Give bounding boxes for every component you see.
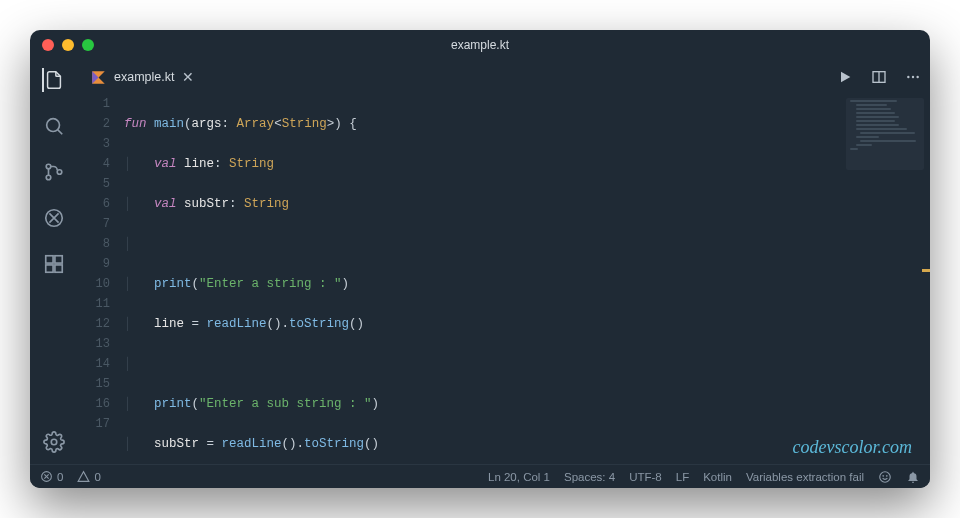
tab-close-icon[interactable]: ✕: [182, 69, 194, 85]
status-message[interactable]: Variables extraction fail: [746, 471, 864, 483]
svg-rect-8: [46, 265, 53, 272]
code-editor[interactable]: 1 2 3 4 5 6 7 8 9 10 11 12 13 14 15 16 1: [78, 94, 930, 464]
editor-actions: [836, 68, 922, 86]
code-content[interactable]: fun main(args: Array<String>) { │ val li…: [124, 94, 930, 464]
language-mode[interactable]: Kotlin: [703, 471, 732, 483]
tab-example-kt[interactable]: example.kt ✕: [78, 60, 206, 94]
svg-rect-9: [55, 265, 62, 272]
svg-rect-6: [46, 256, 53, 263]
svg-point-2: [46, 164, 51, 169]
extensions-icon[interactable]: [42, 252, 66, 276]
svg-point-4: [57, 170, 62, 175]
encoding[interactable]: UTF-8: [629, 471, 662, 483]
svg-point-10: [51, 439, 57, 445]
maximize-window-button[interactable]: [82, 39, 94, 51]
svg-point-13: [907, 76, 909, 78]
source-control-icon[interactable]: [42, 160, 66, 184]
eol[interactable]: LF: [676, 471, 689, 483]
indentation[interactable]: Spaces: 4: [564, 471, 615, 483]
svg-point-19: [880, 471, 891, 482]
svg-point-3: [46, 175, 51, 180]
line-number-gutter: 1 2 3 4 5 6 7 8 9 10 11 12 13 14 15 16 1: [78, 94, 124, 464]
editor-window: example.kt: [30, 30, 930, 488]
minimize-window-button[interactable]: [62, 39, 74, 51]
explorer-icon[interactable]: [42, 68, 66, 92]
window-title: example.kt: [451, 38, 509, 52]
editor-area: example.kt ✕ 1: [78, 60, 930, 464]
main-body: example.kt ✕ 1: [30, 60, 930, 464]
search-icon[interactable]: [42, 114, 66, 138]
minimap[interactable]: [846, 98, 924, 170]
svg-point-14: [912, 76, 914, 78]
activity-bar: [30, 60, 78, 464]
svg-line-1: [58, 130, 62, 134]
run-icon[interactable]: [836, 68, 854, 86]
more-actions-icon[interactable]: [904, 68, 922, 86]
debug-icon[interactable]: [42, 206, 66, 230]
traffic-lights: [42, 39, 94, 51]
tabs-row: example.kt ✕: [78, 60, 930, 94]
svg-point-20: [883, 475, 884, 476]
split-editor-icon[interactable]: [870, 68, 888, 86]
problems-warnings[interactable]: 0: [77, 470, 100, 483]
close-window-button[interactable]: [42, 39, 54, 51]
notifications-bell-icon[interactable]: [906, 470, 920, 484]
svg-point-21: [886, 475, 887, 476]
statusbar: 0 0 Ln 20, Col 1 Spaces: 4 UTF-8 LF Kotl…: [30, 464, 930, 488]
problems-errors[interactable]: 0: [40, 470, 63, 483]
settings-gear-icon[interactable]: [42, 430, 66, 454]
scroll-decoration: [922, 269, 930, 272]
feedback-smiley-icon[interactable]: [878, 470, 892, 484]
titlebar: example.kt: [30, 30, 930, 60]
svg-point-15: [916, 76, 918, 78]
kotlin-file-icon: [90, 69, 106, 85]
svg-rect-7: [55, 256, 62, 263]
tab-filename: example.kt: [114, 70, 174, 84]
svg-point-0: [47, 119, 60, 132]
cursor-position[interactable]: Ln 20, Col 1: [488, 471, 550, 483]
